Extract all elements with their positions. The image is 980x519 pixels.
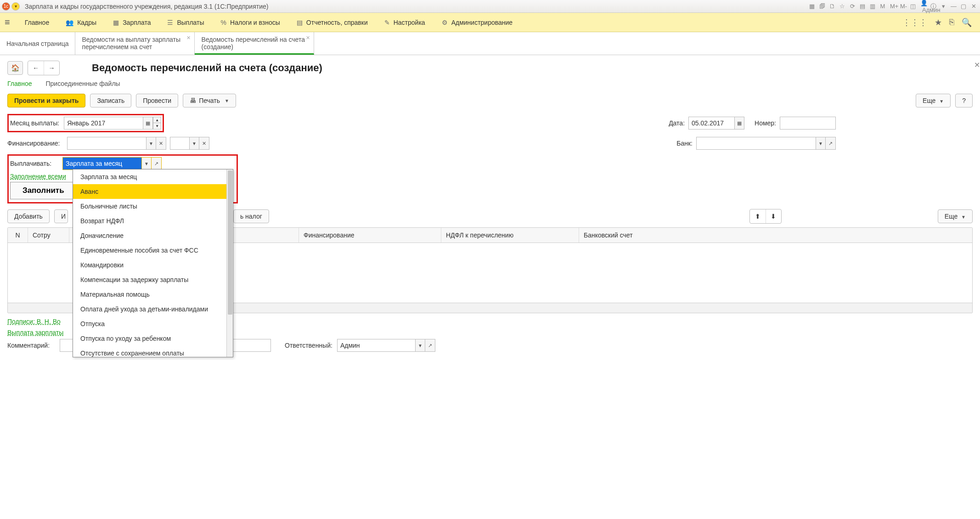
memory-mminus[interactable]: M- [898,3,907,10]
bank-input[interactable] [696,137,816,150]
finance-aux-input[interactable] [170,137,189,150]
more-button[interactable]: Еще ▼ [916,94,951,107]
home-button[interactable]: 🏠 [7,61,23,75]
dropdown-option[interactable]: Доначисление [73,228,233,243]
menu-payments[interactable]: ☰Выплаты [159,19,212,26]
search-icon[interactable]: 🔍 [958,17,975,28]
clear-icon[interactable]: ✕ [156,137,166,150]
month-down[interactable]: ▼ [153,123,161,130]
move-down-icon[interactable]: ⬇ [766,209,781,223]
star-icon[interactable]: ★ [931,17,946,28]
dropdown-option[interactable]: Аванс [73,184,233,199]
close-button[interactable]: ✕ [969,3,978,10]
calc-icon[interactable]: ▤ [858,3,867,10]
maximize-button[interactable]: ▢ [959,3,968,10]
menu-admin[interactable]: ⚙Администрирование [434,19,521,26]
number-input[interactable] [780,117,836,130]
forward-button[interactable]: → [44,61,59,75]
minimize-button[interactable]: — [949,3,958,10]
partial-button[interactable]: И [54,209,68,223]
copy-icon[interactable]: ⎘ [946,17,958,27]
menu-main[interactable]: Главное [17,19,58,26]
dropdown-icon[interactable]: ▼ [146,137,156,150]
open-ref-icon[interactable]: ↗ [152,157,162,170]
print-button[interactable]: 🖶Печать▼ [183,94,236,107]
col-n[interactable]: N [8,228,28,243]
subnav-main[interactable]: Главное [7,80,32,87]
dropdown-option[interactable]: Оплата дней ухода за детьми-инвалидами [73,302,233,316]
open-ref-icon[interactable]: ↗ [826,137,836,150]
post-button[interactable]: Провести [136,94,178,107]
tray-icon[interactable]: 🗋 [828,3,837,10]
calendar-icon[interactable]: ▥ [868,3,877,10]
dropdown-icon[interactable]: ▼ [189,137,199,150]
dropdown-option[interactable]: Возврат НДФЛ [73,214,233,228]
menu-reports[interactable]: ▤Отчетность, справки [288,19,376,26]
dropdown-option[interactable]: Зарплата за месяц [73,169,233,184]
dropdown-icon[interactable]: ▼ [415,339,425,352]
help-button[interactable]: ? [955,94,973,107]
date-picker-icon[interactable]: ▦ [734,117,744,130]
menu-taxes[interactable]: %Налоги и взносы [213,19,288,26]
more-table-button[interactable]: Еще ▼ [938,209,973,223]
col-finance[interactable]: Финансирование [299,228,441,243]
tray-icon[interactable]: 🗐 [817,3,827,10]
tray-icon[interactable]: ▦ [807,3,817,10]
dropdown-option[interactable]: Единовременные пособия за счет ФСС [73,243,233,258]
back-button[interactable]: ← [28,61,44,75]
col-employee[interactable]: Сотру [28,228,69,243]
dropdown-option[interactable]: Командировки [73,258,233,272]
tab-payroll-list[interactable]: Ведомости на выплату зарплаты перечислен… [75,32,195,55]
tab-payroll-create[interactable]: Ведомость перечислений на счета (создани… [195,32,314,55]
fill-button[interactable]: Заполнить [10,182,77,199]
dropdown-option[interactable]: Материальная помощь [73,287,233,302]
history-icon[interactable]: ⟳ [848,3,857,10]
dropdown-option[interactable]: Компенсации за задержку зарплаты [73,272,233,287]
calendar-icon[interactable]: ▦ [143,117,153,130]
subnav-files[interactable]: Присоединенные файлы [46,80,120,87]
post-close-button[interactable]: Провести и закрыть [7,94,85,107]
save-button[interactable]: Записать [90,94,131,107]
resp-input[interactable]: Админ [337,339,415,352]
dropdown-option[interactable]: Отсутствие с сохранением оплаты [73,346,233,357]
dropdown-icon[interactable]: ▼ [816,137,826,150]
dropdown-icon[interactable]: ▼ [141,157,152,170]
dropdown-option[interactable]: Отпуска по уходу за ребенком [73,331,233,346]
user-badge[interactable]: 👤 Админ [918,0,928,13]
panel-icon[interactable]: ◫ [908,3,918,10]
apps-icon[interactable]: ⋮⋮⋮ [899,17,931,28]
date-input[interactable]: 05.02.2017 [688,117,734,130]
clear-icon[interactable]: ✕ [199,137,209,150]
hamburger-icon[interactable]: ≡ [5,17,10,28]
menu-settings[interactable]: ✎Настройка [376,19,434,26]
move-up-icon[interactable]: ⬆ [750,209,766,223]
form-close-icon[interactable]: ✕ [972,59,980,71]
close-icon[interactable]: ✕ [186,35,191,41]
month-input[interactable]: Январь 2017 [64,117,143,130]
dropdown-option[interactable]: Отпуска [73,316,233,331]
memory-m[interactable]: M [878,3,887,10]
open-ref-icon[interactable]: ↗ [425,339,435,352]
month-up[interactable]: ▲ [153,117,161,123]
menu-salary[interactable]: ▦Зарплата [105,19,159,26]
menu-icon-round[interactable]: ▾ [11,2,20,11]
tab-start[interactable]: Начальная страница [0,32,75,55]
fill-all-link[interactable]: Заполнение всеми [10,173,66,180]
pay-value[interactable]: Зарплата за месяц [62,157,141,170]
col-bank[interactable]: Банковский счет [579,228,972,243]
memory-mplus[interactable]: M+ [888,3,897,10]
main-menu: ≡ Главное 👥Кадры ▦Зарплата ☰Выплаты %Нал… [0,13,980,32]
finance-input[interactable] [67,137,146,150]
favorite-icon[interactable]: ☆ [838,3,847,10]
close-icon[interactable]: ✕ [306,35,310,41]
menu-personnel[interactable]: 👥Кадры [57,19,105,26]
info-icon[interactable]: ⓘ [929,2,938,11]
scrollbar[interactable] [226,169,233,357]
col-tax[interactable]: НДФЛ к перечислению [441,228,579,243]
pay-select[interactable]: Зарплата за месяц ▼ ↗ [62,157,162,170]
dropdown-option[interactable]: Больничные листы [73,199,233,214]
about-dd[interactable]: ▾ [939,3,948,10]
tax-button[interactable]: ь налог [233,209,269,223]
highlight-month: Месяц выплаты: Январь 2017 ▦ ▲ ▼ [7,114,164,132]
add-button[interactable]: Добавить [7,209,50,223]
